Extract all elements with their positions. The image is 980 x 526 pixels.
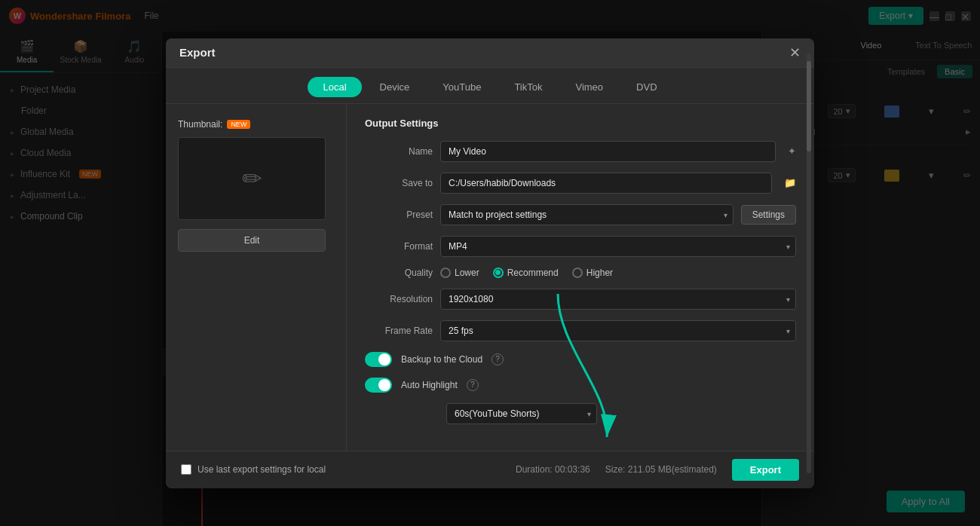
modal-tab-youtube[interactable]: YouTube	[427, 77, 496, 97]
quality-higher[interactable]: Higher	[572, 268, 613, 278]
save-to-input[interactable]	[449, 178, 764, 188]
thumbnail-icon: ✏	[242, 164, 262, 193]
save-to-label: Save to	[365, 178, 433, 188]
name-label: Name	[365, 146, 433, 157]
arrow-annotation	[543, 286, 633, 452]
name-input[interactable]	[449, 146, 767, 157]
backup-toggle-thumb	[378, 353, 390, 365]
setting-row-name: Name ✦	[365, 141, 796, 162]
thumbnail-new-badge: NEW	[227, 120, 250, 129]
ai-icon[interactable]: ✦	[788, 145, 796, 157]
format-select-wrap: MP4 MOV AVI GIF MP3 ▾	[440, 236, 796, 257]
preset-label: Preset	[365, 209, 433, 220]
setting-row-preset: Preset Match to project settings Custom …	[365, 204, 796, 225]
format-select[interactable]: MP4 MOV AVI GIF MP3	[440, 236, 796, 257]
setting-row-format: Format MP4 MOV AVI GIF MP3 ▾	[365, 236, 796, 257]
modal-close-button[interactable]: ✕	[789, 46, 801, 60]
edit-thumbnail-button[interactable]: Edit	[178, 229, 326, 252]
backup-label: Backup to the Cloud	[401, 354, 482, 365]
modal-footer: Use last export settings for local Durat…	[166, 451, 814, 488]
name-input-wrapper	[440, 141, 776, 162]
setting-row-save-to: Save to 📁	[365, 173, 796, 194]
preset-select-wrap: Match to project settings Custom ▾	[440, 204, 733, 225]
modal-tab-dvd[interactable]: DVD	[621, 77, 672, 97]
duration-stat: Duration: 00:03:36	[516, 464, 590, 475]
settings-button[interactable]: Settings	[741, 205, 796, 225]
last-settings-checkbox[interactable]	[181, 464, 191, 475]
radio-higher-circle	[572, 268, 583, 278]
backup-help-icon[interactable]: ?	[492, 353, 504, 365]
folder-icon[interactable]: 📁	[784, 177, 796, 188]
backup-toggle[interactable]	[365, 352, 392, 367]
modal-thumbnail-panel: Thumbnail: NEW ✏ Edit	[166, 104, 347, 451]
size-stat: Size: 211.05 MB(estimated)	[605, 464, 717, 475]
format-label: Format	[365, 241, 433, 252]
modal-tabs: Local Device YouTube TikTok Vimeo DVD	[166, 68, 814, 104]
auto-highlight-help-icon[interactable]: ?	[467, 379, 479, 391]
resolution-label: Resolution	[365, 294, 433, 304]
save-to-input-wrapper	[440, 173, 772, 194]
modal-overlay: Export ✕ Local Device YouTube TikTok Vim…	[0, 0, 980, 526]
auto-highlight-label: Auto Highlight	[401, 380, 458, 390]
radio-recommend-circle	[493, 268, 504, 278]
output-settings-title: Output Settings	[365, 118, 796, 129]
preset-select[interactable]: Match to project settings Custom	[440, 204, 733, 225]
modal-tab-local[interactable]: Local	[308, 77, 361, 97]
quality-label: Quality	[365, 268, 433, 278]
modal-tab-tiktok[interactable]: TikTok	[499, 77, 557, 97]
export-final-button[interactable]: Export	[732, 459, 799, 481]
modal-title: Export	[179, 46, 216, 59]
quality-options: Lower Recommend Higher	[440, 268, 613, 278]
quality-lower[interactable]: Lower	[440, 268, 479, 278]
export-modal: Export ✕ Local Device YouTube TikTok Vim…	[166, 38, 814, 488]
thumbnail-label: Thumbnail: NEW	[178, 119, 334, 130]
radio-dot	[495, 270, 501, 275]
modal-tab-device[interactable]: Device	[365, 77, 425, 97]
footer-info: Duration: 00:03:36 Size: 211.05 MB(estim…	[516, 459, 799, 481]
modal-body: Thumbnail: NEW ✏ Edit Output Settings Na…	[166, 104, 814, 451]
radio-lower-circle	[440, 268, 451, 278]
auto-highlight-toggle[interactable]	[365, 378, 392, 393]
modal-header: Export ✕	[166, 38, 814, 68]
quality-recommend[interactable]: Recommend	[493, 268, 559, 278]
last-settings-checkbox-label[interactable]: Use last export settings for local	[181, 464, 326, 475]
setting-row-quality: Quality Lower Recommend	[365, 268, 796, 278]
modal-tab-vimeo[interactable]: Vimeo	[560, 77, 618, 97]
scrollbar-thumb	[807, 104, 811, 151]
auto-highlight-toggle-thumb	[378, 379, 390, 391]
settings-scrollbar[interactable]	[807, 104, 811, 451]
thumbnail-box: ✏	[178, 137, 326, 220]
frame-rate-label: Frame Rate	[365, 326, 433, 336]
